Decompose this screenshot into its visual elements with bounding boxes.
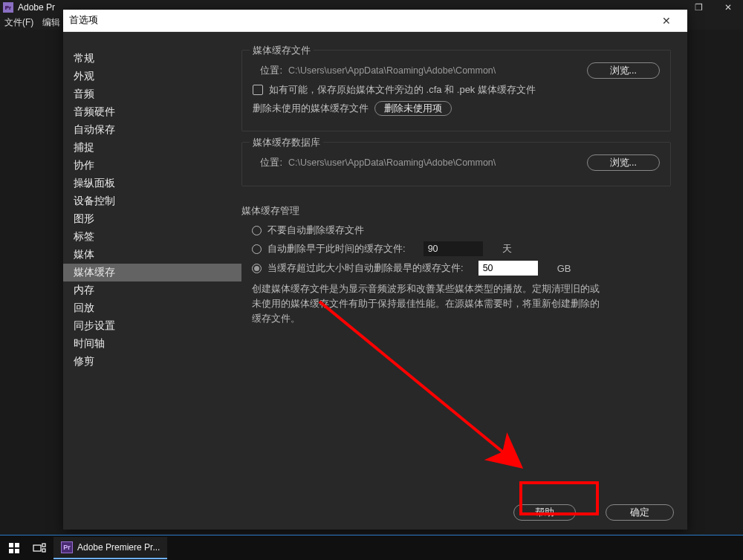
sidebar-item[interactable]: 外观 [63, 68, 241, 85]
sidebar-item[interactable]: 时间轴 [63, 335, 241, 353]
sidebar-item[interactable]: 音频 [63, 85, 241, 103]
sidebar-item[interactable]: 自动保存 [63, 121, 241, 139]
premiere-logo-icon: Pr [61, 541, 73, 553]
location-label: 位置: [253, 64, 282, 77]
menu-file[interactable]: 文件(F) [4, 16, 33, 29]
preferences-content: 媒体缓存文件 位置: C:\Users\user\AppData\Roaming… [241, 32, 687, 530]
section-title: 媒体缓存数据库 [250, 136, 323, 149]
media-cache-files-group: 媒体缓存文件 位置: C:\Users\user\AppData\Roaming… [241, 50, 671, 131]
gb-unit: GB [557, 263, 571, 274]
dialog-titlebar: 首选项 ✕ [63, 10, 687, 32]
ok-button[interactable]: 确定 [606, 504, 674, 521]
radio-delete-older-than-label: 自动删除早于此时间的缓存文件: [267, 242, 406, 255]
sidebar-item[interactable]: 图形 [63, 210, 241, 228]
help-button[interactable]: 帮助 [513, 504, 576, 521]
radio-dont-delete[interactable] [252, 226, 262, 235]
windows-icon [9, 543, 19, 553]
save-next-to-media-label: 如有可能，保存原始媒体文件旁边的 .cfa 和 .pek 媒体缓存文件 [269, 83, 536, 97]
preferences-sidebar: 常规外观音频音频硬件自动保存捕捉协作操纵面板设备控制图形标签媒体媒体缓存内存回放… [63, 32, 241, 530]
start-button[interactable] [3, 538, 25, 559]
delete-unused-label: 删除未使用的媒体缓存文件 [253, 102, 369, 115]
menu-edit[interactable]: 编辑 [42, 16, 60, 29]
taskbar-task-label: Adobe Premiere Pr... [77, 542, 160, 553]
sidebar-item[interactable]: 音频硬件 [63, 103, 241, 121]
media-cache-management-group: 媒体缓存管理 不要自动删除缓存文件 自动删除早于此时间的缓存文件: 天 当缓存超… [241, 197, 671, 336]
sidebar-item[interactable]: 内存 [63, 281, 241, 299]
task-view-button[interactable] [27, 538, 52, 559]
sidebar-item[interactable]: 同步设置 [63, 317, 241, 335]
section-title: 媒体缓存管理 [241, 204, 661, 218]
sidebar-item[interactable]: 媒体 [63, 246, 241, 264]
sidebar-item[interactable]: 设备控制 [63, 192, 241, 210]
close-icon[interactable]: ✕ [652, 10, 681, 32]
premiere-logo-icon: Pr [3, 2, 13, 13]
task-view-icon [33, 543, 46, 553]
taskbar: Pr Adobe Premiere Pr... [0, 535, 743, 560]
sidebar-item[interactable]: 常规 [63, 50, 241, 68]
sidebar-item[interactable]: 修剪 [63, 353, 241, 371]
window-restore-icon[interactable]: ❐ [684, 0, 713, 15]
sidebar-item[interactable]: 协作 [63, 157, 241, 175]
window-close-icon[interactable]: ✕ [713, 0, 743, 15]
sidebar-item[interactable]: 媒体缓存 [63, 264, 241, 281]
sidebar-item[interactable]: 标签 [63, 228, 241, 246]
svg-rect-4 [15, 549, 19, 553]
svg-rect-7 [42, 549, 45, 552]
svg-rect-2 [15, 543, 19, 547]
days-unit: 天 [502, 242, 512, 255]
radio-delete-when-exceeds-label: 当缓存超过此大小时自动删除最早的缓存文件: [267, 261, 464, 275]
radio-delete-when-exceeds[interactable] [252, 264, 262, 273]
svg-rect-6 [42, 544, 45, 547]
media-cache-db-group: 媒体缓存数据库 位置: C:\Users\user\AppData\Roamin… [241, 142, 671, 186]
radio-delete-older-than[interactable] [252, 244, 262, 254]
delete-unused-button[interactable]: 删除未使用项 [374, 101, 452, 116]
browse-button[interactable]: 浏览... [587, 154, 660, 171]
sidebar-item[interactable]: 操纵面板 [63, 175, 241, 192]
media-cache-db-path: C:\Users\user\AppData\Roaming\Adobe\Comm… [288, 157, 581, 168]
taskbar-premiere-task[interactable]: Pr Adobe Premiere Pr... [53, 537, 167, 559]
sidebar-item[interactable]: 捕捉 [63, 139, 241, 157]
gb-input[interactable] [478, 261, 538, 276]
svg-rect-5 [33, 545, 41, 551]
management-description: 创建媒体缓存文件是为显示音频波形和改善某些媒体类型的播放。定期清理旧的或未使用的… [252, 281, 609, 326]
preferences-dialog: 首选项 ✕ 常规外观音频音频硬件自动保存捕捉协作操纵面板设备控制图形标签媒体媒体… [63, 10, 687, 530]
section-title: 媒体缓存文件 [250, 44, 314, 57]
sidebar-item[interactable]: 回放 [63, 299, 241, 317]
days-input[interactable] [424, 241, 483, 256]
media-cache-files-path: C:\Users\user\AppData\Roaming\Adobe\Comm… [288, 65, 581, 76]
svg-rect-3 [9, 549, 13, 553]
dialog-footer: 帮助 确定 [513, 504, 674, 521]
browse-button[interactable]: 浏览... [587, 62, 660, 79]
premiere-app-name: Adobe Pr [18, 2, 55, 13]
save-next-to-media-checkbox[interactable] [253, 85, 263, 95]
location-label: 位置: [253, 156, 282, 169]
radio-dont-delete-label: 不要自动删除缓存文件 [267, 224, 364, 237]
dialog-title-text: 首选项 [69, 14, 98, 27]
svg-rect-1 [9, 543, 13, 547]
